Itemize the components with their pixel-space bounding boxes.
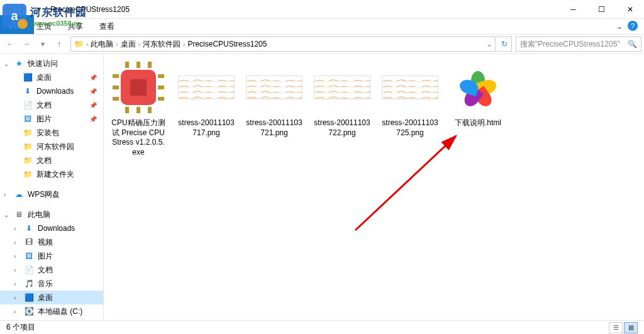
address-dropdown-icon[interactable]: ⌄ [486, 40, 492, 48]
file-pane[interactable]: CPU精确压力测试 Precise CPU Stress v1.2.0.5.ex… [104, 54, 644, 320]
file-item[interactable]: stress-20011103717.png [178, 59, 235, 138]
sidebar-quick-access[interactable]: ⌄ ★ 快速访问 [0, 57, 103, 70]
expand-icon[interactable]: › [14, 294, 20, 301]
sidebar-wps[interactable]: › ☁ WPS网盘 [0, 187, 103, 201]
expand-icon[interactable]: › [14, 253, 20, 260]
file-label: 下载说明.html [455, 118, 501, 128]
close-button[interactable]: ✕ [616, 0, 644, 19]
drive-icon: 💽 [24, 306, 34, 316]
sidebar-item[interactable]: 🖼图片📌 [0, 112, 103, 126]
history-dropdown[interactable]: ▾ [35, 36, 50, 52]
window-controls: ─ ☐ ✕ [559, 0, 644, 19]
back-button[interactable]: ← [3, 36, 18, 52]
dl-icon: ⬇ [24, 223, 34, 233]
refresh-button[interactable]: ↻ [497, 36, 512, 52]
file-item[interactable]: stress-20011103722.png [314, 59, 370, 138]
sidebar-item[interactable]: ›⬇Downloads [0, 221, 103, 235]
chevron-right-icon: › [116, 41, 118, 48]
pic-icon: 🖼 [23, 114, 33, 124]
pic-icon: 🖼 [24, 251, 34, 261]
sidebar-item[interactable]: ›🖼图片 [0, 249, 103, 263]
folder-icon: 📁 [4, 4, 14, 14]
breadcrumb[interactable]: 河东软件园 [143, 39, 180, 50]
icons-view-button[interactable]: ▦ [624, 322, 638, 333]
expand-icon[interactable]: › [14, 239, 20, 246]
sidebar-item[interactable]: 📁河东软件园 [0, 140, 103, 153]
sidebar-item[interactable]: 📁文档 [0, 153, 103, 167]
expand-icon[interactable]: › [14, 281, 20, 287]
sidebar-item-label: 文档 [36, 155, 52, 166]
file-item[interactable]: stress-20011103725.png [382, 59, 438, 138]
tab-view[interactable]: 查看 [97, 20, 117, 33]
breadcrumb[interactable]: 此电脑 [91, 39, 113, 50]
sidebar-item-label: 本地磁盘 (C:) [38, 306, 82, 317]
minimize-button[interactable]: ─ [559, 0, 587, 19]
help-button[interactable]: ? [628, 21, 638, 31]
sidebar-item[interactable]: ›💽本地磁盘 (C:) [0, 304, 103, 318]
forward-button[interactable]: → [19, 36, 34, 52]
pin-icon: 📌 [89, 116, 97, 123]
breadcrumb[interactable]: 桌面 [121, 39, 136, 50]
sidebar-item[interactable]: ›🟦桌面 [0, 291, 103, 304]
video-icon: 🎞 [24, 237, 34, 247]
sidebar-item-label: 文档 [36, 100, 52, 111]
tab-home[interactable]: 主页 [34, 20, 54, 33]
sidebar-item-label: 快速访问 [28, 58, 58, 69]
expand-icon[interactable]: ⌄ [4, 60, 10, 67]
desktop-icon: 🟦 [23, 72, 33, 82]
sidebar-item[interactable]: ›🎵音乐 [0, 277, 103, 291]
sidebar-item[interactable]: 📁新建文件夹 [0, 167, 103, 181]
search-icon[interactable]: 🔍 [628, 40, 637, 48]
sidebar-item-label: 新建文件夹 [36, 169, 74, 180]
sidebar-item[interactable]: ⬇Downloads📌 [0, 84, 103, 98]
pin-icon: 📌 [89, 102, 97, 109]
chevron-right-icon: › [138, 41, 140, 48]
file-label: stress-20011103725.png [382, 118, 438, 138]
html-icon [459, 69, 497, 106]
sidebar-item[interactable]: 📁安装包 [0, 126, 103, 140]
dl-icon: ⬇ [23, 86, 33, 96]
details-view-button[interactable]: ☰ [609, 322, 623, 333]
item-count: 6 个项目 [6, 322, 35, 333]
up-button[interactable]: ↑ [52, 36, 67, 52]
sidebar-item-label: Downloads [38, 224, 75, 233]
folder-icon: 📁 [23, 169, 33, 179]
breadcrumb[interactable]: PreciseCPUStress1205 [187, 40, 267, 48]
sidebar-item[interactable]: ›📄文档 [0, 263, 103, 277]
expand-icon[interactable]: › [4, 191, 10, 198]
file-tab[interactable]: 文件 [0, 15, 34, 34]
sidebar-item-label: 桌面 [36, 72, 52, 83]
file-label: CPU精确压力测试 Precise CPU Stress v1.2.0.5.ex… [110, 118, 167, 157]
maximize-button[interactable]: ☐ [587, 0, 616, 19]
sidebar-this-pc[interactable]: ⌄ 🖥 此电脑 [0, 208, 103, 221]
expand-icon[interactable]: › [14, 225, 20, 232]
sidebar-item[interactable]: ›🎞视频 [0, 235, 103, 249]
sidebar-item[interactable]: 📄文档📌 [0, 98, 103, 112]
file-label: stress-20011103721.png [246, 118, 303, 138]
file-item[interactable]: CPU精确压力测试 Precise CPU Stress v1.2.0.5.ex… [110, 59, 167, 157]
sidebar-item-label: 音乐 [38, 279, 53, 289]
file-label: stress-20011103717.png [178, 118, 235, 138]
expand-icon[interactable]: ⌄ [4, 211, 10, 218]
expand-icon[interactable]: › [14, 308, 20, 315]
file-label: stress-20011103722.png [314, 118, 370, 138]
sidebar-item-label: WPS网盘 [28, 189, 60, 200]
qat-dropdown-icon[interactable]: ▾ [34, 4, 44, 14]
doc-icon: 📄 [24, 265, 34, 275]
tab-share[interactable]: 共享 [65, 20, 86, 33]
png-thumbnail [314, 75, 370, 99]
pin-icon: 📌 [89, 74, 97, 81]
ribbon: 文件 主页 共享 查看 ⌄ ? [0, 19, 644, 34]
music-icon: 🎵 [24, 279, 34, 289]
expand-icon[interactable]: › [14, 267, 20, 274]
search-input[interactable] [520, 40, 628, 48]
file-item[interactable]: 下载说明.html [450, 59, 506, 128]
ribbon-expand-icon[interactable]: ⌄ [616, 22, 623, 31]
file-item[interactable]: stress-20011103721.png [246, 59, 303, 138]
sidebar-item-label: 安装包 [36, 128, 59, 138]
search-box[interactable]: 🔍 [516, 36, 641, 52]
sidebar-item-label: 桌面 [38, 292, 53, 303]
address-bar[interactable]: 📁 › 此电脑 › 桌面 › 河东软件园 › PreciseCPUStress1… [70, 36, 496, 52]
folder-icon: 📁 [23, 142, 33, 152]
sidebar-item[interactable]: 🟦桌面📌 [0, 70, 103, 84]
